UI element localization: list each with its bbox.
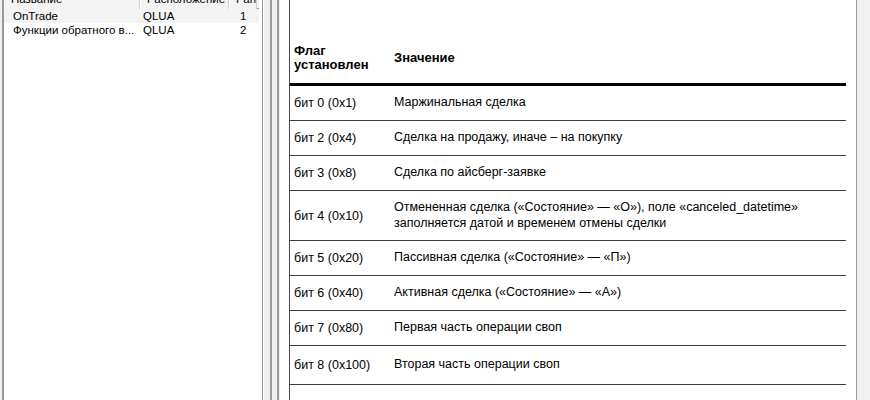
flags-header-value: Значение (394, 50, 846, 65)
cell-name: Функции обратного в... (4, 23, 140, 37)
column-header-name[interactable]: Название (4, 0, 140, 9)
cell-rank: 2 (229, 23, 259, 37)
flag-cell: бит 7 (0x80) (290, 321, 394, 335)
list-item-ontrade[interactable]: OnTrade QLUA 1 (4, 9, 259, 23)
value-cell: Маржинальная сделка (394, 95, 846, 111)
functions-list-pane: Название Расположение Ранг OnTrade QLUA … (0, 0, 263, 400)
column-header-rank[interactable]: Ранг (229, 0, 257, 9)
splitter-line (277, 0, 279, 400)
cell-location: QLUA (140, 23, 229, 37)
value-cell: Сделка на продажу, иначе – на покупку (394, 130, 846, 146)
flags-row-bit0: бит 0 (0x1) Маржинальная сделка (290, 86, 846, 121)
flags-row-bit4: бит 4 (0x10) Отмененная сделка («Состоян… (290, 191, 846, 241)
list-header-clip: Название Расположение Ранг (4, 0, 259, 9)
flags-row-bit6: бит 6 (0x40) Активная сделка («Состояние… (290, 276, 846, 311)
cell-rank: 1 (229, 9, 259, 23)
content-pane: Флаг установлен Значение бит 0 (0x1) Мар… (280, 0, 856, 400)
flags-row-bit5: бит 5 (0x20) Пассивная сделка («Состояни… (290, 241, 846, 276)
column-header-location[interactable]: Расположение (140, 0, 229, 9)
flag-cell: бит 3 (0x8) (290, 166, 394, 180)
splitter-line (270, 0, 272, 400)
flags-row-bit2: бит 2 (0x4) Сделка на продажу, иначе – н… (290, 121, 846, 156)
value-cell: Вторая часть операции своп (394, 357, 846, 373)
flags-table: Флаг установлен Значение бит 0 (0x1) Мар… (289, 0, 846, 400)
flags-header-flag: Флаг установлен (290, 44, 394, 72)
value-cell: Пассивная сделка («Состояние» — «П») (394, 250, 846, 266)
value-cell: Сделка по айсберг-заявке (394, 165, 846, 181)
list-header: Название Расположение Ранг (4, 0, 259, 9)
right-scrollbar-track[interactable] (857, 0, 870, 400)
flags-row-bit7: бит 7 (0x80) Первая часть операции своп (290, 311, 846, 346)
flag-cell: бит 6 (0x40) (290, 286, 394, 300)
value-cell: Отмененная сделка («Состояние» — «О»), п… (394, 200, 846, 231)
flags-header-flag-label: Флаг установлен (294, 44, 380, 72)
flags-row-bit8: бит 8 (0x100) Вторая часть операции своп (290, 346, 846, 385)
flags-table-header: Флаг установлен Значение (290, 0, 846, 86)
flag-cell: бит 2 (0x4) (290, 131, 394, 145)
flag-cell: бит 5 (0x20) (290, 251, 394, 265)
value-cell: Активная сделка («Состояние» — «А») (394, 285, 846, 301)
list-rows: OnTrade QLUA 1 Функции обратного в... QL… (4, 9, 259, 37)
flags-row-bit3: бит 3 (0x8) Сделка по айсберг-заявке (290, 156, 846, 191)
list-item-callbacks[interactable]: Функции обратного в... QLUA 2 (4, 23, 259, 37)
flag-cell: бит 4 (0x10) (290, 209, 394, 223)
pane-left-border (2, 0, 4, 400)
flag-cell: бит 8 (0x100) (290, 358, 394, 372)
value-cell: Первая часть операции своп (394, 320, 846, 336)
cell-name: OnTrade (4, 9, 140, 23)
cell-location: QLUA (140, 9, 229, 23)
flag-cell: бит 0 (0x1) (290, 96, 394, 110)
pane-splitter[interactable] (264, 0, 280, 400)
help-window: Название Расположение Ранг OnTrade QLUA … (0, 0, 870, 400)
